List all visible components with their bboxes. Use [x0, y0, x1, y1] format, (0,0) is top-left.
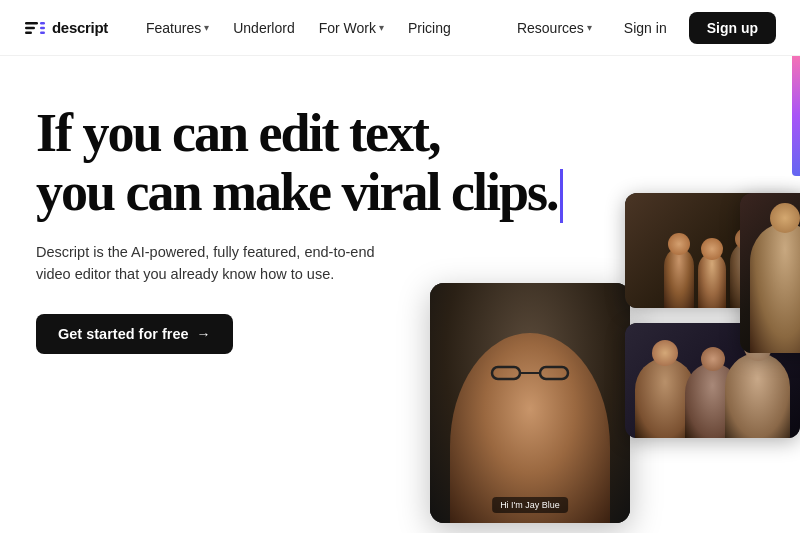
side3-person	[750, 223, 800, 353]
hero-section: If you can edit text, you can make viral…	[0, 56, 800, 533]
resources-chevron-icon: ▾	[587, 22, 592, 33]
gradient-decoration	[792, 56, 800, 176]
thumbnail-main-label: Hi I'm Jay Blue	[492, 497, 568, 513]
hero-subtext: Descript is the AI-powered, fully featur…	[36, 241, 396, 286]
thumbnail-side1	[625, 193, 800, 308]
side2-person3	[725, 353, 790, 438]
cta-button[interactable]: Get started for free →	[36, 314, 233, 354]
navbar-right: Resources ▾ Sign in Sign up	[507, 12, 776, 44]
glasses-icon	[490, 363, 570, 381]
svg-rect-6	[492, 367, 520, 379]
thumbnail-side2-image	[625, 323, 800, 438]
svg-rect-5	[40, 31, 45, 34]
logo[interactable]: descript	[24, 17, 108, 39]
svg-rect-0	[25, 22, 38, 25]
logo-icon	[24, 17, 46, 39]
nav-pricing[interactable]: Pricing	[398, 14, 461, 42]
hero-headline: If you can edit text, you can make viral…	[36, 104, 616, 225]
thumbnail-side3	[740, 193, 800, 353]
signup-button[interactable]: Sign up	[689, 12, 776, 44]
svg-rect-3	[40, 22, 45, 25]
svg-rect-4	[40, 26, 45, 29]
svg-rect-7	[540, 367, 568, 379]
nav-underlord[interactable]: Underlord	[223, 14, 304, 42]
thumbnail-side3-image	[740, 193, 800, 353]
forwork-chevron-icon: ▾	[379, 22, 384, 33]
navbar: descript Features ▾ Underlord For Work ▾…	[0, 0, 800, 56]
silhouette-group	[625, 216, 800, 308]
text-cursor	[560, 169, 563, 223]
silhouette-1	[664, 248, 694, 308]
nav-features[interactable]: Features ▾	[136, 14, 219, 42]
nav-forwork[interactable]: For Work ▾	[309, 14, 394, 42]
thumbnail-side2	[625, 323, 800, 438]
arrow-icon: →	[197, 326, 211, 342]
resources-button[interactable]: Resources ▾	[507, 14, 602, 42]
navbar-nav: Features ▾ Underlord For Work ▾ Pricing	[136, 14, 507, 42]
side2-person1	[635, 358, 695, 438]
thumbnails-area: Hi I'm Jay Blue	[390, 183, 800, 533]
silhouette-3	[730, 243, 762, 308]
svg-rect-1	[25, 26, 35, 29]
person-main-bg	[430, 283, 630, 523]
thumbnail-main: Hi I'm Jay Blue	[430, 283, 630, 523]
silhouette-2	[698, 253, 726, 308]
thumbnail-main-image: Hi I'm Jay Blue	[430, 283, 630, 523]
svg-rect-2	[25, 31, 32, 34]
signin-button[interactable]: Sign in	[610, 14, 681, 42]
features-chevron-icon: ▾	[204, 22, 209, 33]
logo-text: descript	[52, 19, 108, 36]
thumbnail-side1-image	[625, 193, 800, 308]
person-face-main	[450, 333, 610, 523]
side2-person2	[685, 363, 740, 438]
